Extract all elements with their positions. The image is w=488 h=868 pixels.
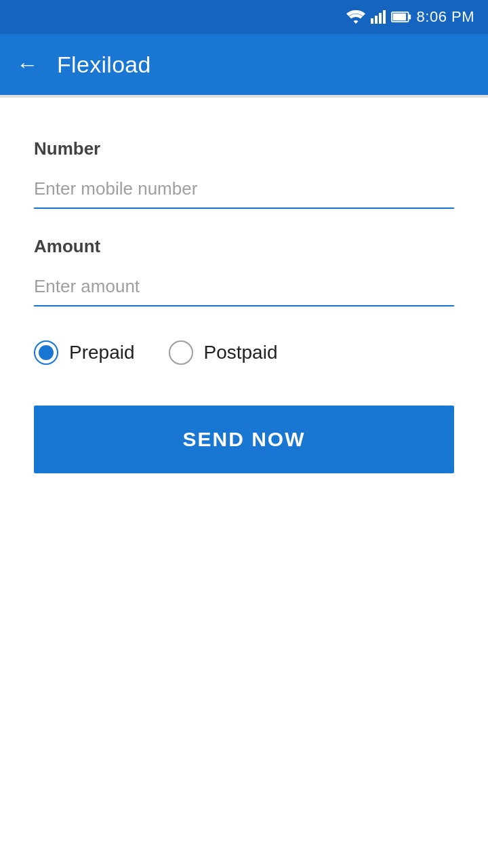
mobile-number-input[interactable]: [34, 172, 454, 209]
svg-rect-6: [392, 14, 405, 21]
prepaid-radio-outer[interactable]: [34, 340, 58, 365]
svg-rect-3: [383, 10, 386, 24]
app-bar-title: Flexiload: [57, 52, 151, 78]
amount-section: Amount: [34, 236, 454, 313]
number-section: Number: [34, 138, 454, 216]
status-icons: 8:06 PM: [346, 8, 474, 26]
prepaid-radio-inner: [39, 345, 54, 360]
number-label: Number: [34, 138, 454, 159]
svg-rect-1: [375, 16, 378, 24]
battery-icon: [391, 11, 411, 23]
postpaid-label: Postpaid: [204, 342, 278, 363]
payment-type-group: Prepaid Postpaid: [34, 340, 454, 365]
status-time: 8:06 PM: [417, 8, 474, 26]
svg-rect-2: [379, 13, 382, 24]
postpaid-option[interactable]: Postpaid: [169, 340, 278, 365]
main-content: Number Amount Prepaid Postpaid SEND NOW: [0, 98, 488, 868]
svg-rect-0: [371, 18, 373, 24]
postpaid-radio-outer[interactable]: [169, 340, 193, 365]
status-bar: 8:06 PM: [0, 0, 488, 34]
prepaid-label: Prepaid: [69, 342, 135, 363]
send-now-button[interactable]: SEND NOW: [34, 406, 454, 473]
amount-input[interactable]: [34, 269, 454, 307]
app-bar: ← Flexiload: [0, 34, 488, 95]
back-button[interactable]: ←: [16, 54, 38, 75]
svg-rect-5: [408, 14, 411, 19]
signal-icon: [371, 10, 386, 24]
amount-label: Amount: [34, 236, 454, 257]
wifi-icon: [346, 10, 365, 24]
prepaid-option[interactable]: Prepaid: [34, 340, 135, 365]
